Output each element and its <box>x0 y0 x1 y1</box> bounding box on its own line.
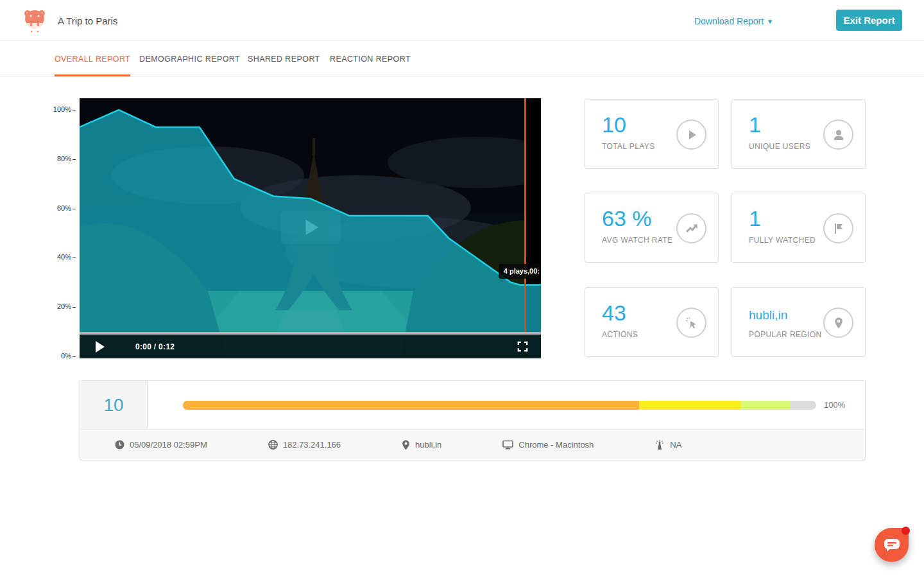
viewer-engagement-table: 10 100% 05/09/2018 02:59PM 182.73.241.16… <box>80 380 866 460</box>
stat-value: 43 <box>602 301 626 326</box>
video-player[interactable]: 4 plays,00: 0:00 / 0:12 <box>80 98 541 358</box>
stat-value: 10 <box>602 112 626 137</box>
stat-card-fully-watched: 1 FULLY WATCHED <box>732 193 866 263</box>
playhead-marker[interactable] <box>524 98 526 358</box>
retention-area-chart <box>80 98 541 358</box>
tab-overall-report[interactable]: OVERALL REPORT <box>55 42 130 76</box>
clock-icon <box>115 440 124 450</box>
stat-value: 63 % <box>602 206 652 231</box>
tab-reaction-report[interactable]: REACTION REPORT <box>330 42 411 76</box>
watch-progress-segment <box>183 401 639 410</box>
cursor-click-icon <box>676 308 706 338</box>
hippo-logo-icon <box>23 8 46 33</box>
yaxis-tick-60: 60% <box>46 204 76 212</box>
chat-launcher-button[interactable] <box>875 528 909 562</box>
watch-percent-label: 100% <box>824 400 851 410</box>
tab-demographic-report[interactable]: DEMOGRAPHIC REPORT <box>139 42 240 76</box>
stat-label: FULLY WATCHED <box>749 236 816 245</box>
beacon-icon <box>654 440 665 450</box>
play-button[interactable] <box>96 341 105 353</box>
top-header: A Trip to Paris Download Report▼ Exit Re… <box>0 0 924 41</box>
report-tabbar: OVERALL REPORT DEMOGRAPHIC REPORT SHARED… <box>0 42 924 76</box>
stat-value: hubli,in <box>749 308 787 322</box>
detail-ip-address: 182.73.241.166 <box>268 440 341 450</box>
stat-card-actions: 43 ACTIONS <box>585 287 719 357</box>
stat-label: POPULAR REGION <box>749 330 822 339</box>
watch-progress-segment <box>740 401 791 410</box>
download-report-link[interactable]: Download Report▼ <box>694 16 773 26</box>
play-icon <box>676 119 706 150</box>
yaxis-tick-100: 100% <box>46 105 76 113</box>
globe-icon <box>268 440 278 450</box>
watch-progress-segment <box>639 401 740 410</box>
page-title: A Trip to Paris <box>58 15 117 26</box>
map-pin-icon <box>402 440 410 450</box>
user-icon <box>823 119 853 150</box>
map-pin-icon <box>823 308 853 338</box>
stat-value: 1 <box>749 112 761 137</box>
stat-card-avg-watch-rate: 63 % AVG WATCH RATE <box>585 193 719 263</box>
stat-label: AVG WATCH RATE <box>602 236 673 245</box>
play-count-cell: 10 <box>80 381 148 429</box>
play-count: 10 <box>103 395 123 416</box>
stat-card-total-plays: 10 TOTAL PLAYS <box>585 99 719 169</box>
stat-label: TOTAL PLAYS <box>602 142 655 151</box>
video-controls-bar: 0:00 / 0:12 <box>80 335 541 358</box>
detail-location: hubli,in <box>402 440 441 450</box>
stat-card-unique-users: 1 UNIQUE USERS <box>732 99 866 169</box>
monitor-icon <box>502 440 513 450</box>
flag-icon <box>823 213 853 243</box>
stat-value: 1 <box>749 206 761 231</box>
time-display: 0:00 / 0:12 <box>135 342 175 351</box>
chevron-down-icon: ▼ <box>767 18 773 25</box>
detail-timestamp: 05/09/2018 02:59PM <box>115 440 207 450</box>
yaxis-tick-40: 40% <box>46 253 76 261</box>
detail-network: NA <box>654 440 681 450</box>
exit-report-button[interactable]: Exit Report <box>836 10 902 31</box>
yaxis-tick-0: 0% <box>46 352 76 360</box>
yaxis-tick-80: 80% <box>46 155 76 162</box>
tab-shared-report[interactable]: SHARED REPORT <box>248 42 320 76</box>
stat-card-popular-region: hubli,in POPULAR REGION <box>732 287 866 357</box>
chart-tooltip: 4 plays,00: <box>499 264 541 279</box>
chat-bubble-icon <box>884 538 900 552</box>
engagement-row[interactable]: 10 100% <box>80 381 865 429</box>
stat-label: ACTIONS <box>602 330 638 339</box>
detail-browser-os: Chrome - Macintosh <box>502 440 594 450</box>
watch-progress-cell: 100% <box>148 381 865 429</box>
viewer-details-row: 05/09/2018 02:59PM 182.73.241.166 hubli,… <box>80 429 865 460</box>
yaxis-tick-20: 20% <box>46 302 76 310</box>
trend-up-icon <box>676 213 706 243</box>
stat-label: UNIQUE USERS <box>749 142 810 151</box>
notification-badge <box>902 527 910 535</box>
fullscreen-button[interactable] <box>516 340 529 353</box>
watch-progress-bar <box>183 401 816 410</box>
